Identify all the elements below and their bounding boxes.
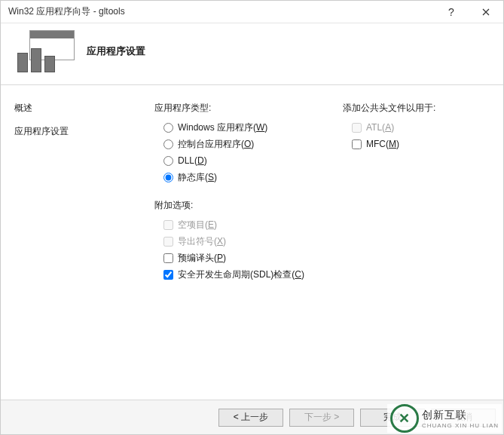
additional-options-group: 附加选项: 空项目(E) 导出符号(X) 预编译头(P) 安全开发生命周期(SD… [154, 199, 343, 283]
window-title: Win32 应用程序向导 - gltools [8, 5, 434, 18]
radio-windows-app[interactable]: Windows 应用程序(W) [163, 119, 343, 136]
watermark-subtext: CHUANG XIN HU LIAN [422, 422, 499, 429]
prev-button[interactable]: < 上一步 [218, 409, 283, 427]
checkbox-empty-project-input [163, 220, 173, 230]
sidebar: 概述 应用程序设置 [1, 85, 136, 400]
checkbox-precompiled-header[interactable]: 预编译头(P) [163, 250, 343, 266]
radio-static-lib-input[interactable] [163, 173, 173, 182]
common-headers-group: 添加公共头文件以用于: ATL(A) MFC(M) [343, 102, 471, 152]
watermark-logo-icon: ✕ [390, 404, 419, 433]
checkbox-sdl-checks[interactable]: 安全开发生命周期(SDL)检查(C) [163, 266, 343, 283]
radio-console-app[interactable]: 控制台应用程序(O) [163, 136, 343, 152]
checkbox-precompiled-header-input[interactable] [163, 253, 173, 263]
app-type-label: 应用程序类型: [154, 102, 343, 115]
wizard-banner-icon [14, 30, 75, 72]
checkbox-sdl-checks-input[interactable] [163, 270, 173, 280]
page-title: 应用程序设置 [87, 44, 145, 58]
app-type-group: 应用程序类型: Windows 应用程序(W) 控制台应用程序(O) DLL(D… [154, 102, 343, 185]
checkbox-empty-project: 空项目(E) [163, 216, 343, 233]
checkbox-export-symbols: 导出符号(X) [163, 233, 343, 250]
close-icon [482, 8, 490, 16]
help-button[interactable]: ? [434, 1, 469, 23]
watermark: ✕ 创新互联 CHUANG XIN HU LIAN [387, 404, 502, 433]
common-headers-label: 添加公共头文件以用于: [343, 102, 471, 115]
checkbox-export-symbols-input [163, 237, 173, 247]
checkbox-mfc-input[interactable] [352, 139, 362, 149]
wizard-body: 概述 应用程序设置 应用程序类型: Windows 应用程序(W) 控制台应用程… [1, 85, 503, 400]
checkbox-atl-input [352, 123, 362, 133]
watermark-text: 创新互联 [422, 409, 467, 421]
close-button[interactable] [469, 1, 503, 23]
checkbox-atl: ATL(A) [352, 119, 471, 136]
radio-dll[interactable]: DLL(D) [163, 152, 343, 169]
checkbox-mfc[interactable]: MFC(M) [352, 136, 471, 152]
sidebar-item-overview[interactable]: 概述 [14, 102, 123, 115]
content-area: 应用程序类型: Windows 应用程序(W) 控制台应用程序(O) DLL(D… [136, 85, 503, 400]
radio-windows-app-input[interactable] [163, 123, 173, 133]
next-button: 下一步 > [289, 409, 354, 427]
sidebar-item-app-settings[interactable]: 应用程序设置 [14, 125, 123, 138]
radio-dll-input[interactable] [163, 156, 173, 166]
additional-options-label: 附加选项: [154, 199, 343, 212]
wizard-header: 应用程序设置 [1, 23, 503, 85]
radio-console-app-input[interactable] [163, 139, 173, 149]
titlebar: Win32 应用程序向导 - gltools ? [1, 1, 503, 23]
radio-static-lib[interactable]: 静态库(S) [163, 169, 343, 185]
